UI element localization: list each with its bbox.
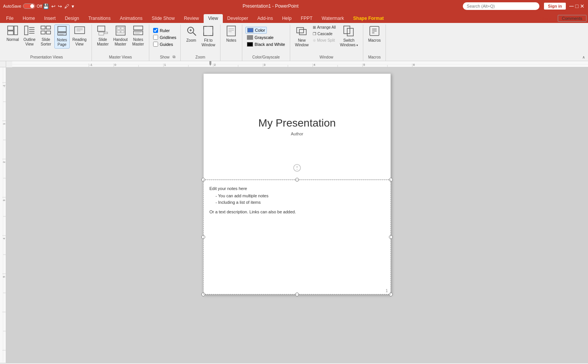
pen-icon[interactable]: 🖊 [64, 3, 70, 10]
notes-container[interactable]: Edit your notes here - You can add multi… [203, 180, 391, 294]
notes-heading: Edit your notes here [209, 185, 385, 192]
outline-view-button[interactable]: OutlineView [21, 24, 38, 48]
grayscale-option[interactable]: Grayscale [245, 34, 275, 41]
new-window-button[interactable]: NewWindow [293, 24, 311, 49]
ruler-checkbox[interactable]: Ruler [152, 28, 170, 33]
comments-button[interactable]: Comments [558, 15, 586, 22]
slide-area[interactable]: My Presentation Author [6, 67, 588, 363]
svg-point-98 [297, 169, 297, 170]
svg-rect-22 [105, 32, 108, 34]
svg-rect-16 [75, 27, 85, 34]
slide-center-icon [293, 164, 301, 174]
svg-rect-11 [46, 31, 51, 34]
arrange-all-button[interactable]: ⊞ Arrange All [311, 24, 337, 30]
tab-help[interactable]: Help [278, 14, 296, 23]
search-input[interactable] [463, 2, 539, 10]
tab-home[interactable]: Home [18, 14, 39, 23]
handout-master-button[interactable]: HandoutMaster [111, 24, 130, 48]
tab-animations[interactable]: Animations [115, 14, 147, 23]
handle-top-mid[interactable] [295, 178, 299, 182]
handle-mid-left[interactable] [201, 235, 205, 239]
macros-group-label: Macros [363, 55, 386, 59]
reading-view-icon [74, 26, 85, 37]
slide-master-icon [97, 26, 108, 37]
zoom-button[interactable]: Zoom [184, 24, 199, 44]
redo-icon[interactable]: ↪ [57, 3, 63, 10]
minimize-button[interactable]: ─ [569, 3, 574, 9]
undo-icon[interactable]: ↩ [51, 3, 56, 10]
handle-bottom-right[interactable] [389, 292, 393, 296]
svg-rect-43 [344, 26, 350, 34]
macros-button[interactable]: Macros [366, 24, 383, 44]
notes-page-button[interactable]: NotesPage [54, 24, 70, 49]
restore-button[interactable]: □ [574, 3, 580, 9]
notes-button[interactable]: Notes [224, 24, 239, 44]
cascade-button[interactable]: ❐ Cascade [311, 31, 337, 37]
gridlines-input[interactable] [153, 35, 158, 40]
switch-windows-button[interactable]: SwitchWindows▾ [338, 24, 360, 49]
color-swatch [247, 28, 253, 32]
fit-to-window-button[interactable]: Fit toWindow [200, 24, 217, 49]
move-split-label: Move Split [317, 38, 335, 42]
autosave-state: Off [37, 4, 42, 8]
tab-slideshow[interactable]: Slide Show [147, 14, 179, 23]
ruler-vertical: -1 1 2 3 4 5 [0, 67, 6, 363]
tab-addins[interactable]: Add-ins [253, 14, 278, 23]
svg-text:5: 5 [363, 63, 365, 67]
guides-checkbox[interactable]: Guides [152, 41, 174, 47]
tab-review[interactable]: Review [179, 14, 203, 23]
svg-text:2: 2 [3, 161, 5, 163]
ruler-input[interactable] [153, 28, 158, 33]
black-white-option[interactable]: Black and White [245, 41, 286, 47]
svg-rect-10 [41, 31, 45, 34]
tab-transitions[interactable]: Transitions [84, 14, 115, 23]
gridlines-checkbox[interactable]: Gridlines [152, 34, 177, 40]
tab-view[interactable]: View [204, 14, 223, 23]
notes-blank-area [203, 219, 391, 288]
handle-mid-right[interactable] [389, 235, 393, 239]
handle-bottom-mid[interactable] [295, 292, 299, 296]
ruler-horizontal: -1 0 1 2 3 4 5 6 [12, 61, 588, 67]
handle-top-left[interactable] [201, 178, 205, 182]
ribbon: Normal OutlineView SlideSorter NotesPage [0, 23, 588, 61]
tab-insert[interactable]: Insert [39, 14, 60, 23]
share-button[interactable]: Share [536, 15, 555, 22]
guides-input[interactable] [153, 42, 158, 47]
svg-text:4: 4 [3, 238, 5, 239]
svg-rect-8 [41, 26, 45, 29]
color-option[interactable]: Color [245, 27, 267, 34]
tab-watermark[interactable]: Watermark [317, 14, 348, 23]
handle-bottom-left[interactable] [201, 292, 205, 296]
close-button[interactable]: ✕ [580, 3, 585, 9]
new-window-icon [296, 26, 307, 37]
master-views-label: Master Views [92, 55, 149, 59]
slide-master-button[interactable]: SlideMaster [95, 24, 111, 48]
save-icon[interactable]: 💾 [42, 3, 50, 10]
svg-rect-9 [46, 26, 51, 29]
notes-master-button[interactable]: NotesMaster [131, 24, 146, 48]
slide-sorter-label: SlideSorter [41, 37, 51, 47]
tab-shapeformat[interactable]: Shape Format [349, 14, 389, 23]
notes-text-area[interactable]: Edit your notes here - You can add multi… [203, 180, 391, 219]
ribbon-collapse-button[interactable]: ∧ [580, 54, 586, 60]
tab-developer[interactable]: Developer [223, 14, 253, 23]
tab-fppt[interactable]: FPPT [296, 14, 317, 23]
normal-view-button[interactable]: Normal [5, 24, 21, 43]
slide-thumbnail[interactable]: My Presentation Author [203, 73, 391, 180]
macros-label: Macros [368, 38, 381, 43]
title-bar: AutoSave Off 💾 ↩ ↪ 🖊 ▾ Presentation1 - P… [0, 0, 588, 12]
customize-icon[interactable]: ▾ [71, 3, 75, 10]
sign-in-button[interactable]: Sign in [544, 3, 566, 10]
zoom-label-group: Zoom [181, 55, 220, 59]
tab-file[interactable]: File [2, 14, 18, 23]
svg-text:4: 4 [314, 63, 315, 67]
slide-sorter-button[interactable]: SlideSorter [38, 24, 54, 48]
svg-rect-44 [347, 28, 353, 36]
move-split-button[interactable]: ⊕ Move Split [311, 37, 337, 43]
svg-text:1: 1 [3, 123, 5, 125]
svg-text:-1: -1 [90, 63, 93, 67]
autosave-toggle[interactable] [23, 3, 35, 9]
handle-top-right[interactable] [389, 178, 393, 182]
tab-design[interactable]: Design [60, 14, 83, 23]
reading-view-button[interactable]: ReadingView [70, 24, 88, 48]
